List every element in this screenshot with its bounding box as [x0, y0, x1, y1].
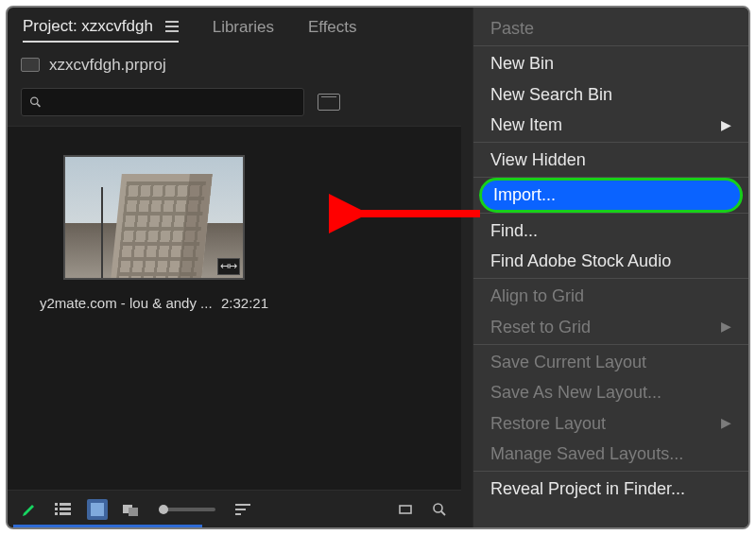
sort-icon[interactable] [232, 499, 253, 520]
svg-rect-6 [55, 512, 58, 515]
freeform-view-icon[interactable] [121, 499, 142, 520]
search-row [8, 78, 461, 126]
ctx-reveal-finder[interactable]: Reveal Project in Finder... [473, 474, 748, 504]
svg-rect-11 [400, 506, 411, 513]
clip-name: y2mate.com - lou & andy ... [40, 295, 213, 311]
clip-meta: y2mate.com - lou & andy ... 2:32:21 [36, 295, 272, 311]
panel-toolbar [8, 490, 461, 527]
svg-rect-2 [55, 503, 58, 506]
project-file-name: xzxcvfdgh.prproj [49, 56, 166, 75]
svg-line-13 [441, 511, 445, 515]
list-view-icon[interactable] [53, 499, 74, 520]
search-input-wrap[interactable] [21, 88, 304, 116]
svg-rect-3 [60, 503, 71, 506]
clip-duration: 2:32:21 [221, 295, 268, 311]
ctx-new-search-bin[interactable]: New Search Bin [473, 79, 748, 110]
ctx-view-hidden[interactable]: View Hidden [473, 145, 748, 175]
tab-project-name: xzxcvfdgh [81, 17, 153, 35]
context-menu: Paste New Bin New Search Bin New Item ▶ … [472, 8, 748, 527]
svg-point-0 [31, 97, 38, 104]
ctx-restore-layout: Restore Layout ▶ [473, 408, 748, 439]
svg-rect-8 [91, 503, 104, 516]
new-bin-icon[interactable] [318, 94, 340, 111]
submenu-arrow-icon: ▶ [721, 318, 731, 336]
ctx-paste: Paste [473, 13, 748, 43]
tab-effects[interactable]: Effects [308, 18, 357, 41]
panel-tabs: Project: xzxcvfdgh Libraries Effects [8, 8, 461, 46]
search-icon [29, 95, 42, 109]
thumbnail-art-pole [101, 187, 103, 278]
find-icon[interactable] [429, 499, 450, 520]
pen-tool-icon[interactable] [19, 499, 40, 520]
project-file-row: xzxcvfdgh.prproj [8, 46, 461, 78]
svg-rect-4 [55, 508, 58, 510]
app-frame: Project: xzxcvfdgh Libraries Effects xzx… [6, 6, 750, 529]
ctx-reset-grid-label: Reset to Grid [490, 316, 591, 338]
svg-line-1 [37, 103, 40, 106]
svg-point-12 [434, 504, 442, 512]
ctx-manage-layouts: Manage Saved Layouts... [473, 439, 748, 469]
ctx-align-grid: Align to Grid [473, 281, 748, 311]
svg-rect-7 [60, 512, 71, 515]
ctx-save-layout: Save Current Layout [473, 347, 748, 377]
tab-libraries[interactable]: Libraries [213, 18, 274, 41]
ctx-find[interactable]: Find... [473, 216, 748, 246]
ctx-save-as-layout: Save As New Layout... [473, 377, 748, 407]
clip-type-badge: ↤↦ [217, 258, 240, 275]
ctx-find-stock[interactable]: Find Adobe Stock Audio [473, 246, 748, 276]
thumbnail-size-slider[interactable] [159, 508, 215, 511]
ctx-reset-grid: Reset to Grid ▶ [473, 312, 748, 342]
search-input[interactable] [47, 94, 296, 110]
svg-rect-10 [129, 508, 138, 516]
thumbnail-art [111, 174, 213, 280]
clip-thumbnail[interactable]: ↤↦ [63, 155, 245, 280]
submenu-arrow-icon: ▶ [721, 116, 731, 134]
slider-knob[interactable] [159, 505, 168, 514]
icon-view-icon[interactable] [87, 499, 108, 520]
ctx-new-item-label: New Item [490, 113, 562, 136]
automate-icon[interactable] [395, 499, 416, 520]
submenu-arrow-icon: ▶ [721, 414, 731, 432]
tab-project-prefix: Project: [23, 17, 81, 35]
folder-icon [21, 58, 40, 72]
clip-card[interactable]: ↤↦ y2mate.com - lou & andy ... 2:32:21 [36, 155, 272, 311]
project-panel: Project: xzxcvfdgh Libraries Effects xzx… [8, 8, 461, 527]
panel-menu-icon[interactable] [165, 18, 179, 37]
tab-project[interactable]: Project: xzxcvfdgh [23, 17, 179, 43]
ctx-restore-layout-label: Restore Layout [490, 412, 606, 435]
clip-area[interactable]: ↤↦ y2mate.com - lou & andy ... 2:32:21 [8, 126, 461, 490]
ctx-import[interactable]: Import... [479, 178, 743, 212]
ctx-new-item[interactable]: New Item ▶ [473, 110, 748, 140]
panel-accent [13, 525, 202, 527]
ctx-new-bin[interactable]: New Bin [473, 48, 748, 78]
svg-rect-5 [60, 508, 71, 510]
